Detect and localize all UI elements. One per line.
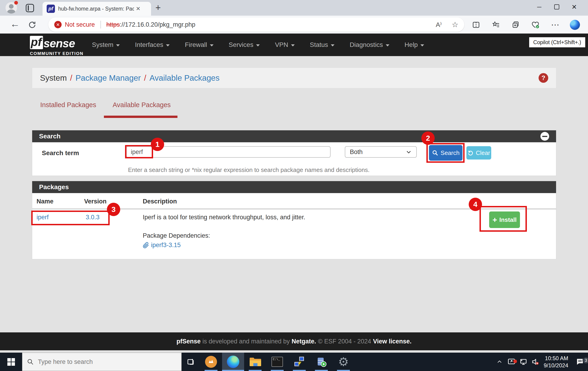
taskbar-search-input[interactable] <box>38 358 153 365</box>
not-secure-label: Not secure <box>65 21 95 28</box>
menu-help[interactable]: Help <box>405 41 424 49</box>
active-tab-underline <box>104 116 178 118</box>
taskbar-settings[interactable]: ⚙ <box>332 353 355 371</box>
refresh-icon[interactable] <box>28 21 36 29</box>
taskbar-remote-desktop[interactable] <box>288 353 310 371</box>
tray-network-icon[interactable] <box>517 358 529 366</box>
start-button[interactable] <box>0 353 22 371</box>
address-divider <box>100 21 101 29</box>
window-close-button[interactable]: ✕ <box>566 0 582 14</box>
annotation-step-4: 4 <box>469 198 482 211</box>
breadcrumb-available-packages[interactable]: Available Packages <box>149 73 220 83</box>
read-aloud-icon[interactable]: A⁾ <box>436 21 442 29</box>
column-description: Description <box>143 198 177 205</box>
packages-panel: Packages Name Version Description iperf … <box>32 181 556 259</box>
search-panel-header: Search <box>32 130 556 142</box>
caret-down-icon <box>116 44 120 46</box>
annotation-step-2: 2 <box>421 131 435 145</box>
pfsense-favicon: pf <box>47 5 55 13</box>
search-icon <box>27 358 34 365</box>
copilot-tooltip: Copilot (Ctrl+Shift+.) <box>529 37 586 48</box>
favorites-icon[interactable] <box>486 21 506 29</box>
window-minimize-button[interactable]: ─ <box>531 0 547 14</box>
taskbar-file-explorer[interactable] <box>244 353 266 371</box>
search-scope-select[interactable]: Both <box>345 146 417 158</box>
caret-down-icon <box>256 44 260 46</box>
chevron-down-icon <box>406 149 412 155</box>
undo-icon <box>468 150 473 156</box>
window-restore-button[interactable] <box>548 0 565 14</box>
dependency-link[interactable]: iperf3-3.15 <box>151 242 181 249</box>
clock-date: 9/10/2024 <box>544 362 568 369</box>
tab-title: hub-fw.home.arpa - System: Pack <box>58 6 134 12</box>
menu-diagnostics[interactable]: Diagnostics <box>350 41 389 49</box>
action-center-icon[interactable]: 3 <box>572 357 588 366</box>
footer-view-license-link[interactable]: View license. <box>373 338 412 345</box>
command-prompt-icon: C:\_ <box>272 357 283 367</box>
pfsense-logo[interactable]: pf sense COMMUNITY EDITION <box>30 36 84 56</box>
back-button[interactable]: ← <box>10 18 20 29</box>
breadcrumb-package-manager[interactable]: Package Manager <box>75 73 141 83</box>
favorite-star-icon[interactable]: ☆ <box>452 20 458 29</box>
settings-menu-icon[interactable]: ⋯ <box>545 20 565 30</box>
browser-tab-strip: pf hub-fw.home.arpa - System: Pack ✕ + ─… <box>0 0 588 16</box>
caret-down-icon <box>210 44 214 46</box>
tray-volume-muted-icon[interactable] <box>529 358 541 366</box>
tab-workspaces-icon[interactable] <box>26 4 34 12</box>
profile-alert-dot <box>14 1 18 5</box>
clear-button[interactable]: Clear <box>466 146 491 159</box>
taskbar-edge[interactable] <box>222 353 244 371</box>
menu-firewall[interactable]: Firewall <box>185 41 213 49</box>
taskbar-search[interactable] <box>22 353 182 371</box>
caret-down-icon <box>386 44 389 46</box>
footer-pfsense: pfSense <box>177 338 201 345</box>
url-rest: ://172.16.0.20/pkg_mgr.php <box>120 21 195 28</box>
database-icon <box>316 356 327 367</box>
logo-pf: pf <box>30 36 43 49</box>
new-tab-button[interactable]: + <box>155 2 161 13</box>
breadcrumb-separator: / <box>70 73 73 83</box>
notification-badge: 3 <box>582 357 588 364</box>
help-icon[interactable]: ? <box>539 73 548 83</box>
menu-interfaces[interactable]: Interfaces <box>135 41 170 49</box>
taskbar-cmd[interactable]: C:\_ <box>266 353 288 371</box>
annotation-box-1 <box>125 145 153 158</box>
logo-sense: sense <box>43 38 75 49</box>
collections-icon[interactable] <box>506 21 525 29</box>
system-tray: 10:50 AM 9/10/2024 3 <box>494 353 588 371</box>
packages-panel-header: Packages <box>32 181 556 193</box>
taskbar-app-1[interactable] <box>200 353 222 371</box>
menu-system[interactable]: System <box>92 41 120 49</box>
packages-panel-title: Packages <box>39 183 69 191</box>
annotation-box-4 <box>480 206 527 232</box>
tray-clock[interactable]: 10:50 AM 9/10/2024 <box>544 355 568 369</box>
menu-vpn[interactable]: VPN <box>275 41 295 49</box>
clear-button-label: Clear <box>476 149 490 157</box>
browser-essentials-icon[interactable] <box>525 21 545 29</box>
taskbar-database-app[interactable] <box>310 353 332 371</box>
browser-tab[interactable]: pf hub-fw.home.arpa - System: Pack ✕ <box>42 2 151 16</box>
column-version: Version <box>84 198 107 205</box>
paperclip-icon <box>143 242 149 248</box>
split-screen-icon[interactable] <box>466 21 486 29</box>
edge-icon <box>227 356 239 368</box>
windows-taskbar: C:\_ ⚙ <box>0 353 588 371</box>
menu-status[interactable]: Status <box>310 41 335 49</box>
column-name: Name <box>37 198 53 205</box>
tray-chevron-up-icon[interactable] <box>494 359 505 365</box>
windows-logo-icon <box>7 358 15 366</box>
caret-down-icon <box>291 44 295 46</box>
tab-installed-packages[interactable]: Installed Packages <box>40 101 96 109</box>
collapse-icon[interactable] <box>540 132 549 141</box>
footer-netgate: Netgate. <box>292 338 316 345</box>
caret-down-icon <box>166 44 170 46</box>
tab-available-packages[interactable]: Available Packages <box>113 101 171 109</box>
address-bar[interactable]: ✕ Not secure https://172.16.0.20/pkg_mgr… <box>48 18 464 32</box>
task-view-icon[interactable] <box>182 353 200 371</box>
tray-screenshare-icon[interactable] <box>505 358 517 366</box>
package-description: Iperf is a tool for testing network thro… <box>143 214 305 221</box>
footer-text: is developed and maintained by <box>202 338 290 345</box>
menu-services[interactable]: Services <box>229 41 260 49</box>
copilot-icon[interactable] <box>565 20 585 30</box>
tab-close-icon[interactable]: ✕ <box>136 6 140 12</box>
